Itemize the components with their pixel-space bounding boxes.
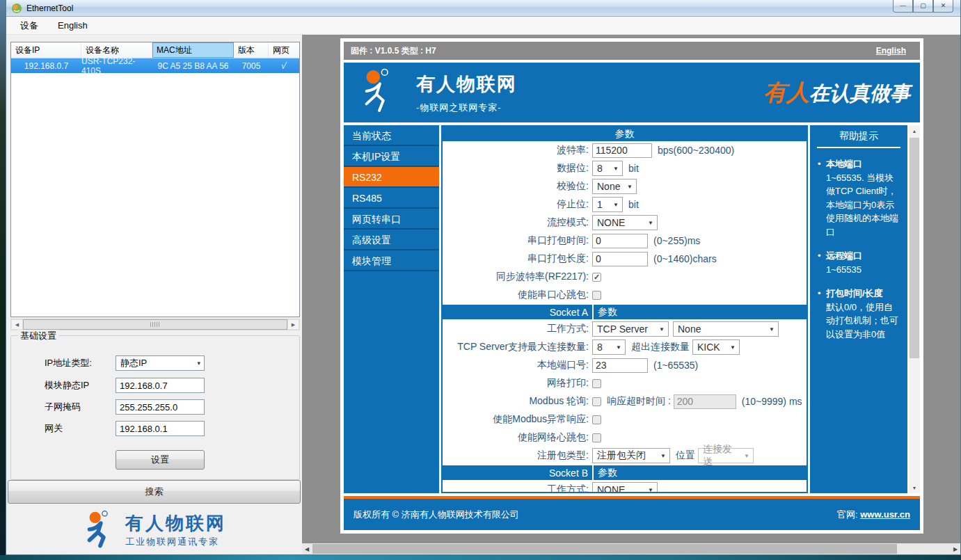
english-link[interactable]: English xyxy=(876,46,906,56)
subnet-mask-input[interactable] xyxy=(116,399,205,415)
chevron-down-icon: ▼ xyxy=(769,326,775,333)
net-print-checkbox[interactable]: ✓ xyxy=(592,379,601,388)
flow-control-label: 流控模式: xyxy=(443,216,592,229)
modbus-exception-label: 使能Modbus异常响应: xyxy=(443,413,592,426)
device-table: 设备IP 设备名称 MAC地址 版本 网页 192.168.0.7 USR-TC… xyxy=(10,42,300,317)
static-ip-input[interactable] xyxy=(116,378,205,393)
window-controls: — ▢ ✕ xyxy=(893,0,953,13)
scroll-up-button[interactable]: ▲ xyxy=(909,125,920,136)
usr-person-icon-white xyxy=(358,68,401,117)
desktop-background-bottom xyxy=(0,555,961,560)
minimize-button[interactable]: — xyxy=(893,0,913,13)
sync-baud-row: 同步波特率(RF2217): ✓ xyxy=(443,269,807,285)
site-link[interactable]: www.usr.cn xyxy=(860,509,910,520)
local-port-range: (1~65535) xyxy=(653,360,698,371)
work-mode-a-value: TCP Server xyxy=(597,323,648,335)
brand-block: 有人物联网 -物联网之联网专家- xyxy=(416,72,517,114)
help-item-local-port: 本地端口 1~65535. 当模块做TCP Client时，本地端口为0表示使用… xyxy=(817,157,900,239)
usr-logo-text: 有人物联网 工业物联网通讯专家 xyxy=(125,513,226,548)
header-device-ip[interactable]: 设备IP xyxy=(11,42,81,58)
exceed-connections-label: 超出连接数量 xyxy=(631,341,690,353)
data-bits-select[interactable]: 8 ▼ xyxy=(592,161,623,176)
pack-time-input[interactable] xyxy=(592,234,648,248)
maximize-button[interactable]: ▢ xyxy=(913,0,933,13)
flow-control-select[interactable]: NONE ▼ xyxy=(592,215,658,230)
search-button[interactable]: 搜索 xyxy=(8,480,301,504)
nav-web-to-serial[interactable]: 网页转串口 xyxy=(344,209,439,230)
work-mode-b-select[interactable]: NONE ▼ xyxy=(592,482,658,493)
packet-position-select[interactable]: 连接发送 ▼ xyxy=(698,448,754,463)
scroll-down-button[interactable]: ▼ xyxy=(909,482,920,493)
browser-horizontal-scrollbar[interactable]: ◀ ▶ xyxy=(302,543,960,554)
gateway-input[interactable] xyxy=(116,421,205,436)
menu-bar: 设备 English xyxy=(6,17,960,35)
menu-device[interactable]: 设备 xyxy=(20,19,38,32)
scroll-left-icon: ◀ xyxy=(305,546,309,552)
net-print-row: 网络打印: ✓ xyxy=(443,375,807,392)
scroll-down-icon: ▼ xyxy=(912,486,917,490)
work-mode-a-select[interactable]: TCP Server ▼ xyxy=(592,321,669,337)
modbus-poll-checkbox[interactable]: ✓ xyxy=(592,397,601,406)
header-webpage[interactable]: 网页 xyxy=(269,42,299,58)
set-button[interactable]: 设置 xyxy=(116,450,205,470)
table-horizontal-scrollbar[interactable]: ◀ ▶ xyxy=(10,319,300,330)
scrollbar-thumb[interactable] xyxy=(312,544,897,554)
modbus-poll-row: Modbus 轮询: ✓ 响应超时时间 : (10~9999) ms xyxy=(443,393,807,410)
nav-current-status[interactable]: 当前状态 xyxy=(344,125,439,146)
firmware-info: 固件 : V1.0.5 类型 : H7 xyxy=(351,45,436,57)
register-packet-select[interactable]: 注册包关闭 ▼ xyxy=(592,448,670,463)
nav-rs232[interactable]: RS232 xyxy=(344,167,439,188)
chevron-down-icon: ▼ xyxy=(613,202,619,208)
left-panel: 设备IP 设备名称 MAC地址 版本 网页 192.168.0.7 USR-TC… xyxy=(6,35,302,554)
help-title: 帮助提示 xyxy=(817,125,900,148)
scroll-right-button[interactable]: ▶ xyxy=(951,543,960,554)
modbus-exception-checkbox[interactable]: ✓ xyxy=(592,415,601,424)
stop-bits-select[interactable]: 1 ▼ xyxy=(592,197,623,212)
ip-type-select[interactable]: 静态IP ▾ xyxy=(116,355,205,371)
scroll-left-button[interactable]: ◀ xyxy=(302,543,312,554)
baud-rate-input[interactable] xyxy=(592,143,652,158)
pack-time-range: (0~255)ms xyxy=(653,235,700,246)
nav-local-ip[interactable]: 本机IP设置 xyxy=(344,146,439,167)
net-heartbeat-checkbox[interactable]: ✓ xyxy=(592,433,601,442)
pack-time-label: 串口打包时间: xyxy=(443,234,592,247)
page-vertical-scrollbar[interactable]: ▲ ▼ xyxy=(909,125,920,493)
close-button[interactable]: ✕ xyxy=(933,0,953,13)
max-connections-select[interactable]: 8 ▼ xyxy=(592,339,626,355)
app-icon xyxy=(11,3,22,14)
sync-baud-checkbox[interactable]: ✓ xyxy=(592,273,601,282)
scrollbar-thumb[interactable] xyxy=(910,138,919,358)
serial-heartbeat-checkbox[interactable]: ✓ xyxy=(592,291,601,300)
scroll-up-icon: ▲ xyxy=(912,129,917,134)
chevron-down-icon: ▼ xyxy=(648,487,653,493)
modbus-timeout-input[interactable] xyxy=(674,394,736,409)
local-port-input[interactable] xyxy=(592,358,648,373)
parity-select[interactable]: None ▼ xyxy=(592,179,637,194)
nav-rs485[interactable]: RS485 xyxy=(344,188,439,209)
cell-webpage-link[interactable]: √ xyxy=(269,58,299,73)
exceed-connections-select[interactable]: KICK ▼ xyxy=(692,339,740,355)
scroll-right-button[interactable]: ▶ xyxy=(287,319,299,330)
work-mode-a-sub-value: None xyxy=(678,323,701,335)
desktop: EthernetTool — ▢ ✕ 设备 English xyxy=(0,0,961,560)
basic-settings-title: 基础设置 xyxy=(17,330,59,342)
net-heartbeat-row: 使能网络心跳包: ✓ xyxy=(443,429,807,446)
title-bar[interactable]: EthernetTool — ▢ ✕ xyxy=(6,0,960,17)
help-item-title: 本地端口 xyxy=(826,157,900,171)
cell-mac-address: 9C A5 25 B8 AA 56 xyxy=(152,58,234,73)
menu-english[interactable]: English xyxy=(58,20,88,31)
nav-advanced[interactable]: 高级设置 xyxy=(344,230,439,250)
scrollbar-thumb[interactable] xyxy=(23,319,287,330)
work-mode-a-sub-select[interactable]: None ▼ xyxy=(673,321,779,337)
pack-length-input[interactable] xyxy=(592,252,648,266)
chevron-down-icon: ▼ xyxy=(648,220,653,226)
device-row-selected[interactable]: 192.168.0.7 USR-TCP232-410S 9C A5 25 B8 … xyxy=(11,58,299,73)
modbus-exception-row: 使能Modbus异常响应: ✓ xyxy=(443,411,807,428)
header-mac-address[interactable]: MAC地址 xyxy=(152,42,234,58)
close-icon: ✕ xyxy=(941,3,946,9)
scroll-left-button[interactable]: ◀ xyxy=(11,319,23,330)
exceed-connections-value: KICK xyxy=(697,342,720,353)
nav-module-mgmt[interactable]: 模块管理 xyxy=(344,250,439,271)
header-version[interactable]: 版本 xyxy=(234,42,269,58)
baud-rate-range: bps(600~230400) xyxy=(658,145,734,156)
